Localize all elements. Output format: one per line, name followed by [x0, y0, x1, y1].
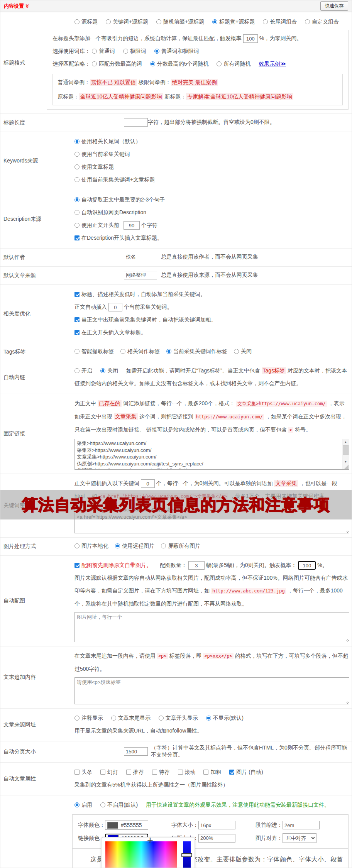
- title-length-input[interactable]: [124, 118, 148, 127]
- format-example-code: 文章采集>https://www.ucaiyun.com/: [236, 401, 327, 407]
- keyword-insert-count-input[interactable]: [141, 479, 155, 488]
- radio-option-prefix-source-title[interactable]: 随机前缀+源标题: [156, 19, 204, 25]
- checkbox-slideshow[interactable]: 幻灯: [100, 769, 118, 775]
- checkbox-insert-title-body[interactable]: 在正文开头插入文章标题。: [74, 329, 146, 335]
- radio-option-autolink-off[interactable]: 关闭: [100, 367, 118, 374]
- default-author-input[interactable]: [124, 253, 157, 261]
- font-size-input[interactable]: [198, 821, 235, 829]
- radio-option-extreme-words[interactable]: 极限词: [123, 48, 146, 54]
- radio-option-article-title[interactable]: 使用文章标题: [74, 164, 114, 170]
- row-default-source: 默认文章来源 总是直接使用该来源，而不会从网页采集: [0, 266, 352, 284]
- scroll-down-icon[interactable]: ▼: [342, 459, 349, 465]
- radio-option-comment-show[interactable]: 注释显示: [74, 715, 103, 721]
- radio-option-typeset-enable[interactable]: 启用: [74, 802, 92, 808]
- row-label: 文末追加内容: [0, 646, 74, 708]
- typeset-panel: 字体颜色： #555555 字体大小： 段首缩进：: [72, 814, 349, 868]
- radio-icon: [161, 543, 166, 548]
- scrollbar-thumb[interactable]: [343, 445, 349, 455]
- row-label: 相关度优化: [0, 285, 74, 343]
- radio-icon: [74, 716, 80, 721]
- default-source-input[interactable]: [124, 271, 157, 279]
- radio-option-hide[interactable]: 不显示(默认): [206, 715, 244, 721]
- font-color-field[interactable]: #555555: [105, 821, 148, 830]
- checkbox-scroll[interactable]: 滚动: [178, 769, 196, 775]
- row-default-author: 默认作者 总是直接使用该作者，而不会从网页采集: [0, 248, 352, 266]
- radio-option-best-match[interactable]: 匹配分数最高的词: [92, 61, 142, 67]
- scroll-up-icon[interactable]: ▲: [342, 439, 349, 445]
- radio-option-current-keywords[interactable]: 使用当前采集关键词: [74, 151, 130, 157]
- row-title-format: 标题格式 源标题 关键词+源标题 随机前缀+源标题 标题党+源标题 长尾词组合 …: [0, 12, 352, 113]
- checkbox-image-auto[interactable]: 图片 (自动): [229, 769, 263, 775]
- section-title[interactable]: 内容设置 ≫: [4, 3, 30, 10]
- radio-option-page-description[interactable]: 自动识别原网页Description: [74, 209, 146, 215]
- radio-option-normal-words[interactable]: 普通词: [92, 48, 115, 54]
- description-chars-input[interactable]: [124, 221, 140, 230]
- row-label: 自动分页大小: [0, 741, 74, 762]
- append-content-textarea[interactable]: [74, 677, 349, 704]
- image-align-select[interactable]: 居中对齐: [283, 833, 316, 843]
- slider-handle[interactable]: [181, 853, 192, 857]
- radio-option-show-at-end[interactable]: 文章末尾显示: [111, 715, 151, 721]
- radio-option-autolink-on[interactable]: 开启: [74, 367, 92, 374]
- radio-option-both-words[interactable]: 普通词和极限词: [154, 48, 199, 54]
- radio-icon: [74, 349, 80, 354]
- radio-option-longtail-combo[interactable]: 长尾词组合: [263, 19, 297, 25]
- checkbox-bold-keywords[interactable]: 当正文中出现当前采集关键词时，自动把该关键词加粗。: [74, 316, 217, 323]
- permalink-textarea[interactable]: 采集>https://www.ucaiyun.com/ 采集器>https://…: [74, 439, 349, 470]
- checkbox-bold[interactable]: 加粗: [203, 769, 221, 775]
- radio-option-remote-images[interactable]: 使用远程图片: [115, 543, 154, 550]
- radio-option-keyword-source-title[interactable]: 关键词+源标题: [106, 19, 148, 25]
- checkbox-recommend[interactable]: 推荐: [126, 769, 144, 775]
- radio-option-show-at-start[interactable]: 文章开头显示: [159, 715, 198, 721]
- radio-option-related-tags[interactable]: 相关词作标签: [120, 348, 160, 355]
- radio-option-related-longtail[interactable]: 使用相关长尾词（默认）: [74, 138, 141, 144]
- quick-save-button[interactable]: 快速保存: [320, 1, 348, 11]
- checkbox-insert-title-description[interactable]: 在Description开头插入文章标题。: [74, 235, 162, 241]
- typeset-note: 用于快速设置文章的外观显示效果，注意使用此功能需安装最新版接口文件。: [146, 802, 330, 808]
- radio-option-source-title[interactable]: 源标题: [74, 19, 98, 25]
- radio-option-localize-images[interactable]: 图片本地化: [74, 543, 108, 550]
- checkbox-special[interactable]: 特荐: [152, 769, 170, 775]
- indent-input[interactable]: [283, 821, 320, 829]
- checkbox-auto-add-keywords[interactable]: 标题、描述相关度低时，自动添加当前采集关键词。: [74, 291, 206, 297]
- insert-keywords-count-input[interactable]: [108, 303, 122, 311]
- radio-option-keyword-tags[interactable]: 当前采集关键词作标签: [166, 348, 227, 355]
- radio-option-smart-tags[interactable]: 智能提取标签: [74, 348, 114, 355]
- radio-icon: [217, 61, 222, 66]
- row-relevance: 相关度优化 标题、描述相关度低时，自动添加当前采集关键词。 正文自动插入 个当前…: [0, 284, 352, 343]
- image-count-input[interactable]: [188, 561, 205, 570]
- line-height-input[interactable]: [198, 834, 235, 843]
- radio-option-typeset-disable[interactable]: 不启用(默认): [100, 802, 138, 808]
- effect-example-link[interactable]: 效果示例≫: [259, 61, 286, 67]
- checkbox-headline[interactable]: 头条: [74, 769, 92, 775]
- row-autolink: 自动内链 开启 关闭 如需开启此功能，请同时开启“Tags标签”。当正文中包含 …: [0, 361, 352, 394]
- title-example-box: 普通词举例：震惊不已 难以置信 极限词举例：绝对完美 最佳案例 原标题：全球近1…: [52, 74, 343, 105]
- image-probability-input[interactable]: [298, 561, 316, 570]
- checkbox-remove-original-images[interactable]: 配图前先删除原文自带图片。: [74, 562, 152, 568]
- radio-option-custom-combo[interactable]: 自定义组合: [305, 19, 339, 25]
- content-settings-page: 内容设置 ≫ 快速保存 标题格式 源标题 关键词+源标题 随机前缀+源标题 标题…: [0, 0, 352, 868]
- paging-size-input[interactable]: [124, 747, 148, 756]
- checkbox-checked-icon: [74, 563, 80, 568]
- resize-grip-icon[interactable]: [344, 465, 349, 469]
- radio-icon: [120, 349, 125, 354]
- image-urls-textarea[interactable]: [74, 612, 349, 642]
- radio-icon: [92, 49, 97, 54]
- radio-selected-icon: [100, 368, 105, 373]
- url-example-code: https://www.ucaiyun.com/: [195, 414, 264, 420]
- radio-option-body-prefix[interactable]: 使用正文开头前: [74, 222, 119, 228]
- row-label: 标题长度: [0, 114, 74, 132]
- radio-option-top5-random[interactable]: 分数最高的5个词随机: [150, 61, 209, 67]
- color-saturation-area[interactable]: [105, 841, 177, 868]
- radio-option-all-random[interactable]: 所有词随机: [217, 61, 250, 67]
- radio-icon: [74, 152, 80, 157]
- font-color-swatch: [107, 822, 118, 829]
- radio-option-clickbait-source-title[interactable]: 标题党+源标题: [212, 19, 255, 25]
- radio-option-tags-off[interactable]: 关闭: [234, 348, 252, 355]
- radio-option-auto-extract[interactable]: 自动提取正文中最重要的2-3个句子: [74, 196, 165, 203]
- radio-option-keywords-plus-title[interactable]: 使用当前采集关键词+文章标题: [74, 176, 155, 183]
- radio-option-block-images[interactable]: 屏蔽所有图片: [161, 543, 200, 550]
- trigger-probability-input[interactable]: [243, 34, 258, 43]
- row-label: 自动文章属性: [0, 763, 74, 795]
- checkbox-checked-icon: [74, 292, 80, 297]
